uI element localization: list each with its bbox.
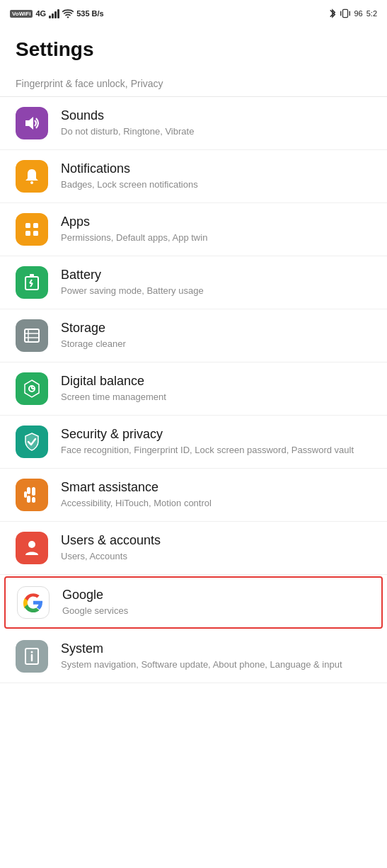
- apps-title: Apps: [61, 215, 371, 229]
- page-title: Settings: [0, 25, 387, 71]
- digital-balance-text: Digital balanceScreen time management: [61, 374, 371, 404]
- notifications-text: NotificationsBadges, Lock screen notific…: [61, 161, 371, 191]
- settings-item-apps[interactable]: AppsPermissions, Default apps, App twin: [0, 203, 387, 256]
- status-bar: VoWiFi 4G 535 B/s 96 5:2: [0, 0, 387, 25]
- settings-item-users[interactable]: Users & accountsUsers, Accounts: [0, 522, 387, 575]
- notifications-subtitle: Badges, Lock screen notifications: [61, 178, 371, 191]
- security-subtitle: Face recognition, Fingerprint ID, Lock s…: [61, 444, 371, 457]
- smart-assistance-title: Smart assistance: [61, 480, 371, 495]
- svg-point-27: [28, 541, 35, 548]
- settings-item-security[interactable]: Security & privacyFace recognition, Fing…: [0, 416, 387, 469]
- google-subtitle: Google services: [62, 605, 370, 617]
- partial-settings-item: Fingerprint & face unlock, Privacy: [0, 71, 387, 97]
- smart-assistance-subtitle: Accessibility, HiTouch, Motion control: [61, 497, 371, 510]
- google-icon: [17, 586, 50, 619]
- security-icon: [16, 426, 48, 458]
- sounds-title: Sounds: [61, 108, 371, 123]
- storage-text: StorageStorage cleaner: [61, 321, 371, 350]
- google-title: Google: [62, 588, 370, 603]
- digital-balance-subtitle: Screen time management: [61, 391, 371, 404]
- security-text: Security & privacyFace recognition, Fing…: [61, 427, 371, 457]
- svg-rect-24: [27, 496, 30, 503]
- svg-point-5: [30, 181, 33, 184]
- settings-item-sounds[interactable]: SoundsDo not disturb, Ringtone, Vibrate: [0, 97, 387, 150]
- storage-icon: [16, 319, 48, 352]
- apps-icon: [16, 213, 48, 246]
- system-subtitle: System navigation, Software update, Abou…: [61, 658, 371, 671]
- time: 5:2: [366, 9, 377, 18]
- status-left: VoWiFi 4G 535 B/s: [10, 8, 104, 18]
- digital-balance-title: Digital balance: [61, 374, 371, 389]
- users-subtitle: Users, Accounts: [61, 550, 371, 563]
- status-right: 96 5:2: [328, 8, 377, 19]
- battery-text: BatteryPower saving mode, Battery usage: [61, 268, 371, 297]
- bluetooth-icon: [328, 8, 337, 19]
- svg-rect-25: [32, 497, 35, 503]
- battery-subtitle: Power saving mode, Battery usage: [61, 285, 371, 297]
- notifications-icon: [16, 160, 48, 193]
- signal-bars: [49, 8, 59, 18]
- svg-rect-7: [33, 223, 38, 228]
- svg-rect-1: [343, 9, 348, 17]
- battery-title: Battery: [61, 268, 371, 282]
- vowifi-label: VoWiFi: [10, 10, 33, 18]
- users-text: Users & accountsUsers, Accounts: [61, 533, 371, 563]
- system-title: System: [61, 641, 371, 656]
- apps-text: AppsPermissions, Default apps, App twin: [61, 215, 371, 244]
- svg-rect-6: [25, 223, 30, 228]
- svg-rect-11: [30, 274, 34, 277]
- settings-item-system[interactable]: SystemSystem navigation, Software update…: [0, 630, 387, 683]
- smart-assistance-text: Smart assistanceAccessibility, HiTouch, …: [61, 480, 371, 510]
- sounds-icon: [16, 107, 48, 139]
- system-text: SystemSystem navigation, Software update…: [61, 641, 371, 671]
- wifi-icon: [62, 8, 74, 18]
- apps-subtitle: Permissions, Default apps, App twin: [61, 232, 371, 244]
- sounds-text: SoundsDo not disturb, Ringtone, Vibrate: [61, 108, 371, 138]
- users-title: Users & accounts: [61, 533, 371, 548]
- settings-item-battery[interactable]: BatteryPower saving mode, Battery usage: [0, 256, 387, 309]
- vibrate-icon: [340, 8, 350, 19]
- battery-icon: [16, 266, 48, 299]
- settings-list: SoundsDo not disturb, Ringtone, Vibrate …: [0, 97, 387, 683]
- network-type: 4G: [35, 9, 46, 18]
- settings-item-digital-balance[interactable]: Digital balanceScreen time management: [0, 362, 387, 416]
- system-icon: [16, 640, 48, 673]
- svg-rect-15: [25, 329, 39, 342]
- svg-rect-22: [27, 487, 30, 494]
- storage-title: Storage: [61, 321, 371, 336]
- smart-assistance-icon: [16, 479, 48, 511]
- storage-subtitle: Storage cleaner: [61, 338, 371, 350]
- svg-marker-4: [25, 117, 33, 130]
- svg-rect-23: [32, 487, 35, 496]
- svg-rect-8: [25, 231, 30, 236]
- battery-level: 96: [354, 9, 362, 18]
- digital-balance-icon: [16, 372, 48, 405]
- security-title: Security & privacy: [61, 427, 371, 442]
- settings-item-smart-assistance[interactable]: Smart assistanceAccessibility, HiTouch, …: [0, 469, 387, 522]
- svg-rect-9: [33, 231, 38, 236]
- settings-item-notifications[interactable]: NotificationsBadges, Lock screen notific…: [0, 150, 387, 203]
- data-speed: 535 B/s: [76, 9, 104, 18]
- users-icon: [16, 532, 48, 564]
- settings-item-google[interactable]: GoogleGoogle services: [4, 576, 383, 629]
- sounds-subtitle: Do not disturb, Ringtone, Vibrate: [61, 125, 371, 138]
- svg-point-0: [67, 16, 69, 18]
- notifications-title: Notifications: [61, 161, 371, 176]
- svg-rect-26: [24, 491, 27, 498]
- google-text: GoogleGoogle services: [62, 588, 370, 617]
- settings-item-storage[interactable]: StorageStorage cleaner: [0, 309, 387, 362]
